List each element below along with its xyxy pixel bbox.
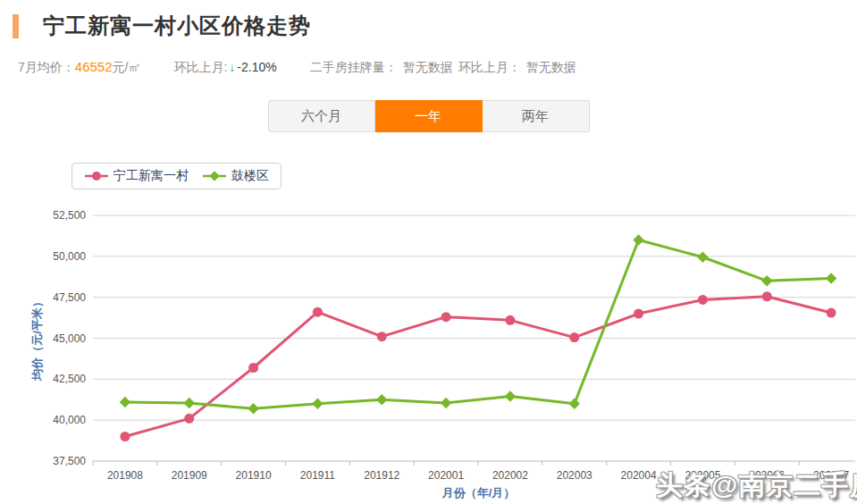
svg-text:202003: 202003: [557, 469, 592, 482]
svg-text:42,500: 42,500: [53, 373, 86, 385]
listing-mom-value: 暂无数据: [526, 60, 576, 74]
svg-text:201909: 201909: [172, 469, 207, 482]
legend-label-community: 宁工新寓一村: [113, 168, 189, 184]
chart-legend: 宁工新寓一村 鼓楼区: [71, 163, 281, 189]
page-title: 宁工新寓一村小区价格走势: [43, 12, 311, 40]
listing-stat: 二手房挂牌量：暂无数据环比上月：暂无数据: [310, 60, 576, 76]
svg-text:50,000: 50,000: [53, 250, 86, 263]
avg-price-label: 7月均价：: [18, 60, 75, 74]
svg-text:202002: 202002: [492, 469, 528, 482]
svg-text:45,000: 45,000: [53, 332, 86, 345]
mom-value: -2.10%: [237, 60, 276, 74]
price-chart: 37,50040,00042,50045,00047,50050,00052,5…: [0, 201, 857, 504]
avg-price-value: 46552: [75, 59, 113, 74]
tab-one-year[interactable]: 一年: [375, 100, 483, 132]
listing-mom-label: 环比上月：: [458, 60, 521, 74]
svg-text:40,000: 40,000: [53, 414, 86, 426]
mom-stat: 环比上月:↓-2.10%: [173, 60, 276, 76]
header: 宁工新寓一村小区价格走势: [13, 12, 311, 40]
svg-text:47,500: 47,500: [53, 291, 86, 304]
legend-item-community[interactable]: 宁工新寓一村: [84, 168, 189, 184]
svg-text:201910: 201910: [236, 469, 272, 482]
svg-text:201908: 201908: [107, 469, 143, 482]
legend-label-district: 鼓楼区: [231, 168, 269, 184]
svg-text:202004: 202004: [621, 469, 657, 482]
circle-marker-icon: [84, 171, 109, 181]
svg-text:均价（元/平米）: 均价（元/平米）: [30, 296, 44, 382]
legend-item-district[interactable]: 鼓楼区: [202, 168, 269, 184]
svg-text:52,500: 52,500: [53, 209, 86, 222]
avg-price-unit: 元/㎡: [113, 60, 141, 74]
tab-six-months[interactable]: 六个月: [268, 100, 375, 132]
listing-label: 二手房挂牌量：: [310, 60, 398, 74]
svg-text:月份（年/月）: 月份（年/月）: [441, 486, 516, 500]
svg-text:201911: 201911: [300, 469, 335, 482]
watermark: 头条@南京二手房: [656, 467, 857, 504]
avg-price-stat: 7月均价：46552元/㎡: [18, 59, 140, 76]
line-chart-canvas: 37,50040,00042,50045,00047,50050,00052,5…: [0, 201, 857, 504]
listing-value: 暂无数据: [403, 60, 453, 74]
svg-text:37,500: 37,500: [53, 455, 86, 467]
tab-two-years[interactable]: 两年: [483, 100, 590, 132]
stats-bar: 7月均价：46552元/㎡ 环比上月:↓-2.10% 二手房挂牌量：暂无数据环比…: [18, 59, 576, 76]
mom-label: 环比上月:: [173, 60, 227, 74]
down-arrow-icon: ↓: [229, 60, 235, 74]
title-accent-bar: [13, 14, 19, 38]
period-tabs: 六个月 一年 两年: [0, 100, 857, 132]
svg-text:201912: 201912: [364, 469, 399, 482]
svg-text:202001: 202001: [428, 469, 464, 482]
diamond-marker-icon: [202, 171, 227, 181]
